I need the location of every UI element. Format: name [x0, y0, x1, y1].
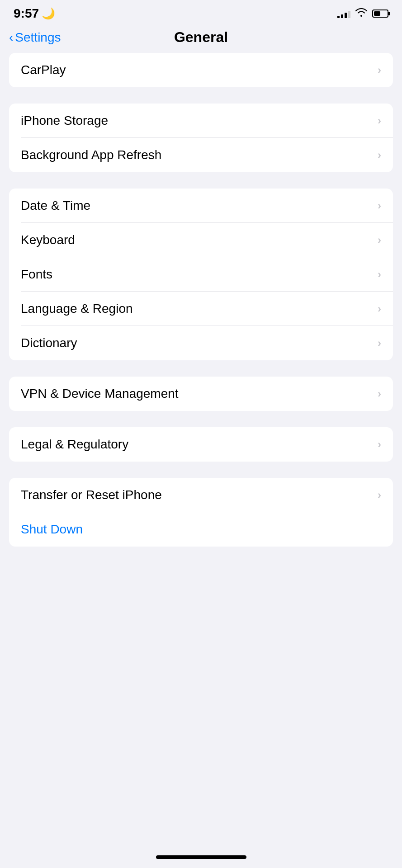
dictionary-row[interactable]: Dictionary › — [9, 326, 393, 360]
home-indicator — [156, 855, 246, 859]
back-label[interactable]: Settings — [15, 30, 61, 45]
transfer-reset-row[interactable]: Transfer or Reset iPhone › — [9, 478, 393, 512]
status-icons — [337, 8, 388, 19]
keyboard-label: Keyboard — [21, 233, 75, 247]
keyboard-row[interactable]: Keyboard › — [9, 223, 393, 257]
dictionary-chevron-icon: › — [378, 337, 381, 349]
nav-header: ‹ Settings General — [0, 25, 402, 53]
language-region-label: Language & Region — [21, 302, 133, 316]
date-time-label: Date & Time — [21, 198, 90, 213]
transfer-reset-chevron-icon: › — [378, 489, 381, 501]
vpn-group: VPN & Device Management › — [9, 377, 393, 411]
iphone-storage-chevron-icon: › — [378, 114, 381, 127]
carplay-chevron-icon: › — [378, 64, 381, 76]
date-time-row[interactable]: Date & Time › — [9, 189, 393, 223]
legal-chevron-icon: › — [378, 438, 381, 451]
storage-group: iPhone Storage › Background App Refresh … — [9, 104, 393, 172]
date-time-chevron-icon: › — [378, 199, 381, 212]
vpn-label: VPN & Device Management — [21, 387, 179, 401]
page-title: General — [174, 29, 228, 46]
signal-bar-2 — [341, 14, 343, 18]
language-region-row[interactable]: Language & Region › — [9, 292, 393, 326]
shut-down-label[interactable]: Shut Down — [21, 522, 83, 537]
transfer-reset-label: Transfer or Reset iPhone — [21, 488, 162, 502]
iphone-storage-row[interactable]: iPhone Storage › — [9, 104, 393, 138]
content-area: CarPlay › iPhone Storage › Background Ap… — [0, 53, 402, 547]
battery-icon — [372, 9, 388, 18]
legal-label: Legal & Regulatory — [21, 437, 128, 452]
back-button[interactable]: ‹ Settings — [9, 30, 61, 45]
wifi-icon — [355, 8, 368, 19]
legal-row[interactable]: Legal & Regulatory › — [9, 427, 393, 462]
signal-bars-icon — [337, 9, 350, 18]
time-label: 9:57 — [14, 6, 39, 21]
carplay-row[interactable]: CarPlay › — [9, 53, 393, 87]
shut-down-row[interactable]: Shut Down — [9, 512, 393, 547]
status-time: 9:57 🌙 — [14, 6, 55, 21]
vpn-row[interactable]: VPN & Device Management › — [9, 377, 393, 411]
battery-fill — [374, 11, 380, 16]
locale-group: Date & Time › Keyboard › Fonts › Languag… — [9, 189, 393, 360]
vpn-chevron-icon: › — [378, 387, 381, 400]
signal-bar-1 — [337, 16, 340, 18]
status-bar: 9:57 🌙 — [0, 0, 402, 25]
fonts-row[interactable]: Fonts › — [9, 257, 393, 292]
legal-group: Legal & Regulatory › — [9, 427, 393, 462]
keyboard-chevron-icon: › — [378, 234, 381, 246]
carplay-label: CarPlay — [21, 63, 66, 77]
signal-bar-3 — [345, 13, 347, 18]
background-app-refresh-label: Background App Refresh — [21, 148, 161, 162]
background-app-refresh-row[interactable]: Background App Refresh › — [9, 138, 393, 172]
signal-bar-4 — [348, 11, 350, 18]
language-region-chevron-icon: › — [378, 302, 381, 315]
fonts-chevron-icon: › — [378, 268, 381, 281]
fonts-label: Fonts — [21, 267, 52, 282]
carplay-group: CarPlay › — [9, 53, 393, 87]
dictionary-label: Dictionary — [21, 336, 77, 350]
iphone-storage-label: iPhone Storage — [21, 113, 108, 128]
moon-icon: 🌙 — [42, 7, 55, 20]
reset-group: Transfer or Reset iPhone › Shut Down — [9, 478, 393, 547]
background-app-refresh-chevron-icon: › — [378, 149, 381, 161]
back-chevron-icon: ‹ — [9, 31, 13, 44]
